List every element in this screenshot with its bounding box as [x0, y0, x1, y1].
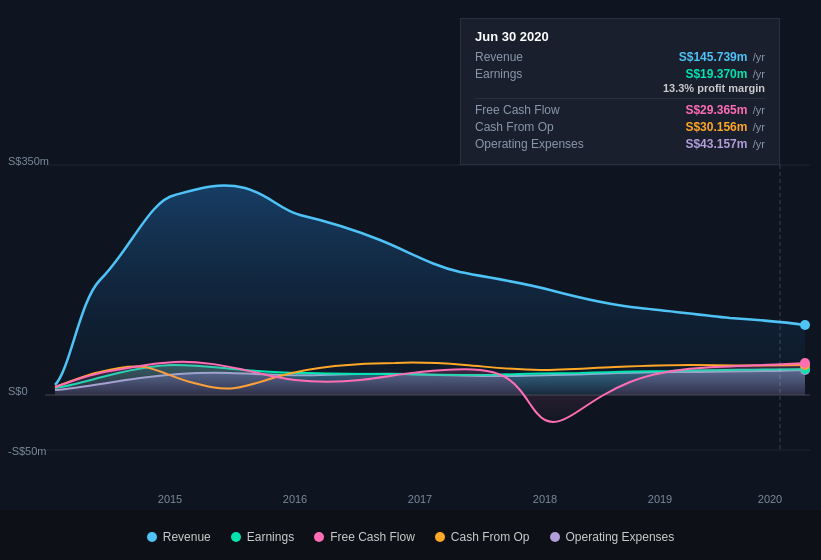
legend-label-cfo: Cash From Op [451, 530, 530, 544]
y-label-0: S$0 [8, 385, 28, 397]
tooltip-cfo-row: Cash From Op S$30.156m /yr [475, 120, 765, 134]
x-label-2018: 2018 [533, 493, 557, 505]
legend-dot-earnings [231, 532, 241, 542]
tooltip-date: Jun 30 2020 [475, 29, 765, 44]
tooltip-profit-margin-value: 13.3% profit margin [663, 82, 765, 94]
tooltip-revenue-value: S$145.739m /yr [679, 50, 765, 64]
tooltip-cfo-label: Cash From Op [475, 120, 595, 134]
x-label-2019: 2019 [648, 493, 672, 505]
legend-item-revenue[interactable]: Revenue [147, 530, 211, 544]
x-label-2020: 2020 [758, 493, 782, 505]
tooltip-fcf-label: Free Cash Flow [475, 103, 595, 117]
tooltip-revenue-row: Revenue S$145.739m /yr [475, 50, 765, 64]
tooltip-revenue-label: Revenue [475, 50, 595, 64]
svg-point-5 [800, 320, 810, 330]
legend-label-revenue: Revenue [163, 530, 211, 544]
legend-label-opex: Operating Expenses [566, 530, 675, 544]
legend-dot-revenue [147, 532, 157, 542]
legend-item-opex[interactable]: Operating Expenses [550, 530, 675, 544]
tooltip-profit-margin-row: 13.3% profit margin [475, 82, 765, 94]
tooltip-card: Jun 30 2020 Revenue S$145.739m /yr Earni… [460, 18, 780, 165]
legend-label-earnings: Earnings [247, 530, 294, 544]
legend-item-fcf[interactable]: Free Cash Flow [314, 530, 415, 544]
x-label-2017: 2017 [408, 493, 432, 505]
tooltip-cfo-value: S$30.156m /yr [685, 120, 765, 134]
legend-label-fcf: Free Cash Flow [330, 530, 415, 544]
y-label-350: S$350m [8, 155, 49, 167]
y-label-neg50: -S$50m [8, 445, 47, 457]
tooltip-earnings-row: Earnings S$19.370m /yr [475, 67, 765, 81]
tooltip-earnings-label: Earnings [475, 67, 595, 81]
svg-point-9 [800, 358, 810, 368]
tooltip-opex-row: Operating Expenses S$43.157m /yr [475, 137, 765, 151]
legend-dot-fcf [314, 532, 324, 542]
legend-dot-cfo [435, 532, 445, 542]
tooltip-earnings-value: S$19.370m /yr [685, 67, 765, 81]
tooltip-fcf-row: Free Cash Flow S$29.365m /yr [475, 103, 765, 117]
tooltip-opex-value: S$43.157m /yr [685, 137, 765, 151]
tooltip-fcf-value: S$29.365m /yr [685, 103, 765, 117]
tooltip-opex-label: Operating Expenses [475, 137, 595, 151]
x-label-2015: 2015 [158, 493, 182, 505]
chart-legend: Revenue Earnings Free Cash Flow Cash Fro… [0, 530, 821, 544]
tooltip-divider [475, 98, 765, 99]
legend-dot-opex [550, 532, 560, 542]
x-label-2016: 2016 [283, 493, 307, 505]
legend-item-earnings[interactable]: Earnings [231, 530, 294, 544]
legend-item-cfo[interactable]: Cash From Op [435, 530, 530, 544]
